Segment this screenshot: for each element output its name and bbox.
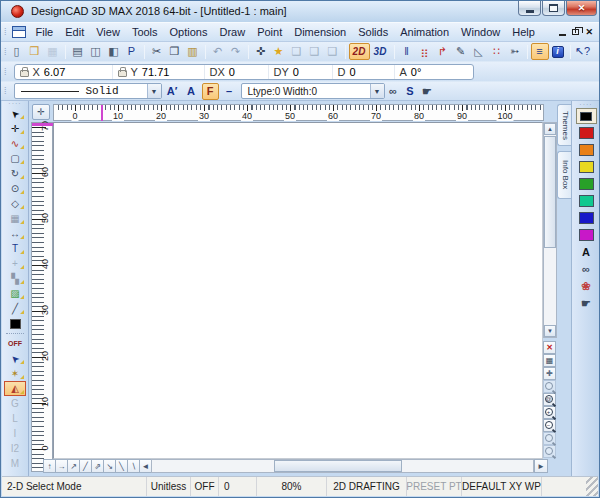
child-window-icon[interactable] bbox=[12, 26, 26, 38]
font-button[interactable]: A bbox=[183, 83, 200, 100]
wand-tool[interactable]: ✶ bbox=[4, 366, 26, 381]
color-swatch-3[interactable] bbox=[576, 142, 597, 158]
a-value[interactable]: 0° bbox=[411, 66, 422, 78]
menu-edit[interactable]: Edit bbox=[59, 23, 90, 41]
plot-icon[interactable]: P bbox=[123, 43, 141, 60]
zoom-in-icon[interactable]: + bbox=[543, 406, 556, 419]
menu-tools[interactable]: Tools bbox=[126, 23, 164, 41]
new-document-icon[interactable]: ▯ bbox=[8, 43, 26, 60]
text-attr-icon[interactable]: A bbox=[576, 244, 597, 260]
line-tool[interactable]: ╱ bbox=[4, 301, 26, 316]
point-tool[interactable]: + bbox=[4, 256, 26, 271]
page-setup-icon[interactable]: ◧ bbox=[105, 43, 123, 60]
box-tool[interactable]: ▢ bbox=[4, 151, 26, 166]
dx-coordinate[interactable]: DX 0 bbox=[205, 65, 269, 79]
menu-draw[interactable]: Draw bbox=[213, 23, 251, 41]
mode-2d-button[interactable]: 2D bbox=[349, 43, 370, 60]
point-display-icon[interactable]: ⣶ bbox=[416, 43, 434, 60]
dx-value[interactable]: 0 bbox=[229, 66, 235, 78]
zoom-previous-icon[interactable] bbox=[543, 380, 556, 393]
erase-view-icon[interactable]: ✕ bbox=[543, 341, 556, 354]
horizontal-scrollbar[interactable] bbox=[151, 459, 534, 473]
line-width-button[interactable]: – bbox=[221, 83, 238, 100]
child-restore-icon[interactable] bbox=[572, 29, 579, 35]
zoom-extents-icon[interactable] bbox=[543, 432, 556, 445]
title-bar[interactable]: DesignCAD 3D MAX 2018 64-bit - [Untitled… bbox=[1, 1, 600, 22]
color-swatch-8[interactable] bbox=[576, 227, 597, 243]
color-swatch-7[interactable] bbox=[576, 210, 597, 226]
color-swatch-4[interactable] bbox=[576, 159, 597, 175]
cut-icon[interactable]: ✂ bbox=[148, 43, 166, 60]
d-value[interactable]: 0 bbox=[349, 66, 355, 78]
select-mode-icon[interactable]: ➤ bbox=[4, 351, 26, 366]
glasses2-icon[interactable]: ∞ bbox=[576, 261, 597, 277]
circle-tool[interactable]: ⊙ bbox=[4, 181, 26, 196]
color-swatch-6[interactable] bbox=[576, 193, 597, 209]
selection-edit-tool[interactable]: ◭ bbox=[4, 381, 26, 396]
fill-button[interactable]: F bbox=[202, 83, 219, 100]
set-point-icon[interactable]: ✜ bbox=[252, 43, 270, 60]
tab-themes[interactable]: Themes bbox=[557, 104, 572, 146]
vertical-scroll-thumb[interactable] bbox=[544, 136, 556, 248]
i-snap-tool[interactable]: I bbox=[4, 426, 26, 441]
undo-icon[interactable]: ↶ bbox=[209, 43, 227, 60]
color-swatch-2[interactable] bbox=[576, 125, 597, 141]
y-coordinate[interactable]: Y 71.71 bbox=[113, 65, 205, 79]
minimize-button[interactable] bbox=[518, 1, 541, 16]
close-button[interactable]: ✕ bbox=[566, 1, 597, 16]
arc-tool[interactable]: ↻ bbox=[4, 166, 26, 181]
snap-grid-icon[interactable]: ∷ bbox=[488, 43, 506, 60]
i2-snap-tool[interactable]: I2 bbox=[4, 441, 26, 456]
palette-icon[interactable]: ❀ bbox=[576, 278, 597, 294]
color-swatch[interactable] bbox=[4, 316, 26, 331]
curve-tool[interactable]: ∿ bbox=[4, 136, 26, 151]
open-folder-icon[interactable]: ❒ bbox=[26, 43, 44, 60]
menu-animation[interactable]: Animation bbox=[394, 23, 455, 41]
toolbox-icon[interactable]: ≡ bbox=[531, 43, 549, 60]
context-help-icon[interactable]: ↖? bbox=[574, 43, 592, 60]
font-up-button[interactable]: A′ bbox=[164, 83, 181, 100]
snap-off-toggle[interactable]: OFF bbox=[4, 336, 26, 351]
polygon-tool[interactable]: ◇ bbox=[4, 196, 26, 211]
move-tool[interactable]: ✛ bbox=[4, 121, 26, 136]
section-tool[interactable]: ▚ bbox=[4, 271, 26, 286]
menu-point[interactable]: Point bbox=[251, 23, 288, 41]
chevron-down-icon[interactable]: ▼ bbox=[370, 84, 384, 98]
select-tool[interactable]: ➤ bbox=[4, 106, 26, 121]
parallel-icon[interactable]: ‖ bbox=[398, 43, 416, 60]
d-coordinate[interactable]: D 0 bbox=[333, 65, 395, 79]
spline-button[interactable]: S bbox=[402, 83, 419, 100]
y-lock-icon[interactable] bbox=[118, 70, 127, 77]
scroll-down-icon[interactable]: ▼ bbox=[544, 325, 556, 337]
menu-view[interactable]: View bbox=[90, 23, 126, 41]
resize-grip[interactable] bbox=[586, 477, 598, 496]
menu-solids[interactable]: Solids bbox=[352, 23, 394, 41]
pick-point-icon[interactable]: ➳ bbox=[506, 43, 524, 60]
glasses-icon[interactable]: ∞ bbox=[385, 83, 402, 100]
track-point-icon[interactable]: ↱ bbox=[434, 43, 452, 60]
child-minimize-icon[interactable] bbox=[559, 34, 566, 36]
dy-value[interactable]: 0 bbox=[293, 66, 299, 78]
color-swatch-5[interactable] bbox=[576, 176, 597, 192]
text-tool[interactable]: T bbox=[4, 241, 26, 256]
zoom-selected-icon[interactable] bbox=[543, 445, 556, 458]
zoom-window-icon[interactable]: @ bbox=[543, 393, 556, 406]
chevron-down-icon[interactable]: ▼ bbox=[147, 84, 161, 98]
copy-icon[interactable]: ❐ bbox=[166, 43, 184, 60]
menu-file[interactable]: File bbox=[30, 23, 60, 41]
maximize-button[interactable] bbox=[542, 1, 565, 16]
a-coordinate[interactable]: A 0° bbox=[395, 65, 457, 79]
dy-coordinate[interactable]: DY 0 bbox=[269, 65, 333, 79]
print-icon[interactable]: ▤ bbox=[69, 43, 87, 60]
hatch-tool[interactable]: ▨ bbox=[4, 286, 26, 301]
selection-mode-1-icon[interactable]: ❑ bbox=[288, 43, 306, 60]
wizard-icon[interactable]: ★ bbox=[270, 43, 288, 60]
ruler-origin-button[interactable]: ✛ bbox=[32, 104, 50, 120]
scroll-right-icon[interactable]: ► bbox=[534, 459, 548, 473]
sketch-icon[interactable]: ✎ bbox=[452, 43, 470, 60]
zoom-out-icon[interactable]: − bbox=[543, 419, 556, 432]
selection-mode-3-icon[interactable]: ❑ bbox=[324, 43, 342, 60]
menu-dimension[interactable]: Dimension bbox=[288, 23, 352, 41]
tab-info-box[interactable]: Info Box bbox=[557, 151, 572, 199]
g-snap-tool[interactable]: G bbox=[4, 396, 26, 411]
